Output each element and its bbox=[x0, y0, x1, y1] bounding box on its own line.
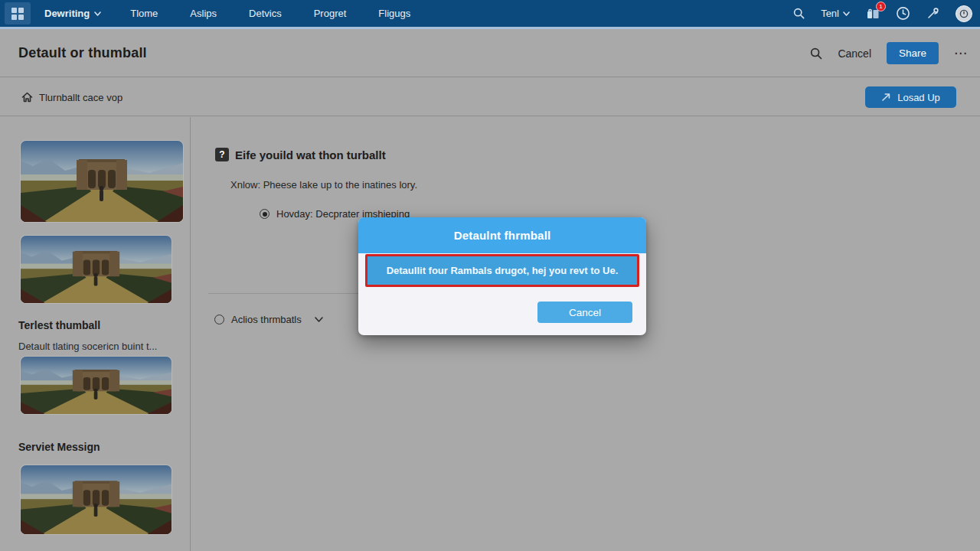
top-nav-bar: Dewriting Tlome Aslips Detvics Progret F… bbox=[0, 0, 980, 27]
dialog-highlighted-option[interactable]: Detaullit four Rambals drugot, hej you r… bbox=[365, 254, 639, 287]
chevron-down-icon bbox=[94, 11, 101, 16]
account-label: Tenl bbox=[821, 8, 839, 19]
castle-bridge-photo bbox=[21, 141, 183, 222]
nav-item-detvics[interactable]: Detvics bbox=[249, 8, 282, 19]
castle-bridge-photo bbox=[21, 465, 172, 534]
tool-icon bbox=[926, 7, 939, 20]
load-up-label: Losad Up bbox=[897, 92, 940, 103]
notification-badge: 1 bbox=[876, 2, 886, 11]
nav-item-aslips[interactable]: Aslips bbox=[190, 8, 217, 19]
user-avatar[interactable] bbox=[956, 5, 972, 22]
nav-item-fligugs[interactable]: Fligugs bbox=[378, 8, 410, 19]
dialog-title-bar: Detaulnt fhrmball bbox=[358, 217, 646, 253]
dialog-highlight-label: Detaullit four Rambals drugot, hej you r… bbox=[387, 265, 619, 276]
breadcrumb-label: Tlurnballt cace vop bbox=[39, 92, 122, 103]
nav-item-progret[interactable]: Progret bbox=[314, 8, 347, 19]
thumbnail-image-1[interactable] bbox=[21, 141, 183, 222]
thumbnail-dialog: Detaulnt fhrmball Detaullit four Rambals… bbox=[358, 217, 646, 335]
castle-bridge-photo bbox=[21, 236, 172, 303]
brand-label: Dewriting bbox=[44, 8, 90, 19]
nav-item-home[interactable]: Tlome bbox=[130, 8, 158, 19]
radio-unselected-icon[interactable] bbox=[214, 315, 224, 324]
header-cancel-button[interactable]: Cancel bbox=[838, 47, 871, 60]
radio-option-collapsed[interactable]: Aclios thrmbatls bbox=[214, 314, 323, 325]
avatar-clock-icon bbox=[959, 9, 969, 18]
content-heading: Eife youild wat thon turballt bbox=[235, 148, 386, 161]
instruction-text: Xnlow: Pheese lake up to the inatines lo… bbox=[230, 179, 417, 191]
topbar-search-button[interactable] bbox=[793, 8, 805, 19]
header-actions: Cancel Share ⋯ bbox=[810, 29, 968, 77]
app-window: Dewriting Tlome Aslips Detvics Progret F… bbox=[0, 0, 980, 551]
home-icon bbox=[21, 92, 33, 103]
chevron-down-icon bbox=[315, 317, 323, 322]
more-options-button[interactable]: ⋯ bbox=[954, 50, 968, 57]
search-icon bbox=[793, 8, 805, 19]
clock-icon bbox=[896, 6, 910, 21]
page-header: Detault or thumball Cancel Share ⋯ bbox=[0, 29, 980, 77]
radio-option-label: Aclios thrmbatls bbox=[231, 314, 302, 325]
gifts-button[interactable]: 1 bbox=[866, 7, 880, 20]
castle-bridge-photo bbox=[21, 357, 172, 414]
content-heading-row: ? Eife youild wat thon turballt bbox=[215, 148, 386, 161]
thumbnail-image-2[interactable] bbox=[21, 236, 172, 303]
page-title: Detault or thumball bbox=[18, 45, 147, 61]
brand-menu[interactable]: Dewriting bbox=[44, 8, 101, 19]
thumbnail-sidebar: Terlest thumball Detault tlating soceric… bbox=[0, 117, 191, 551]
app-launcher-icon[interactable] bbox=[5, 2, 31, 24]
load-up-button[interactable]: Losad Up bbox=[865, 86, 956, 108]
thumbnail-image-4[interactable] bbox=[21, 465, 172, 534]
dialog-cancel-button[interactable]: Cancel bbox=[537, 302, 632, 323]
tools-button[interactable] bbox=[926, 7, 939, 20]
top-right-cluster: Tenl 1 bbox=[793, 0, 972, 27]
sidebar-section-title-2: Serviet Messign bbox=[18, 441, 100, 453]
account-dropdown[interactable]: Tenl bbox=[821, 8, 850, 19]
top-nav-items: Tlome Aslips Detvics Progret Fligugs bbox=[130, 8, 410, 19]
sidebar-section-subtitle-1: Detault tlating socericn buint t... bbox=[18, 341, 157, 352]
search-icon[interactable] bbox=[810, 47, 822, 60]
help-icon: ? bbox=[215, 148, 229, 161]
radio-selected-icon[interactable] bbox=[260, 209, 270, 219]
sidebar-section-title-1: Terlest thumball bbox=[18, 319, 100, 331]
breadcrumb-bar: Tlurnballt cace vop Losad Up bbox=[0, 78, 980, 116]
thumbnail-image-3[interactable] bbox=[21, 357, 172, 414]
upload-arrow-icon bbox=[881, 93, 891, 102]
breadcrumb[interactable]: Tlurnballt cace vop bbox=[21, 78, 122, 116]
chevron-down-icon bbox=[843, 11, 850, 16]
recent-activity-button[interactable] bbox=[896, 6, 910, 21]
dialog-title: Detaulnt fhrmball bbox=[454, 229, 551, 242]
share-button[interactable]: Share bbox=[887, 42, 939, 64]
